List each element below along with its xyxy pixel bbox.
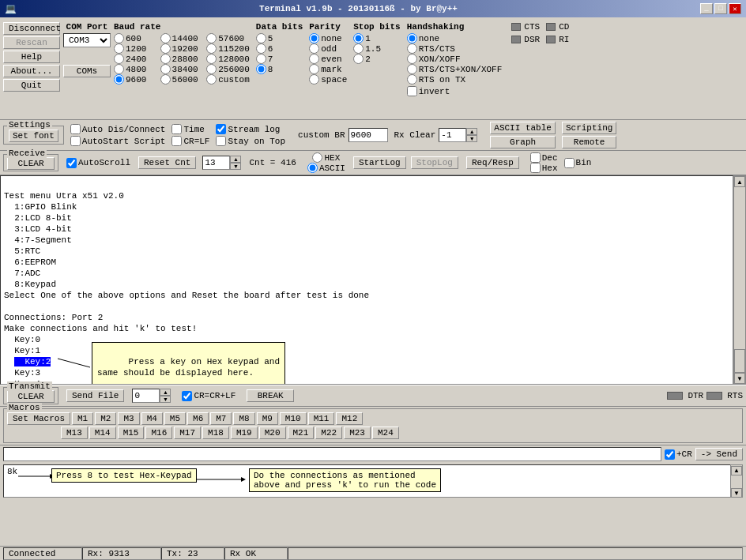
log-scrollbar[interactable]: ▲ ▼ xyxy=(730,464,743,498)
graph-button[interactable]: Graph xyxy=(490,136,556,148)
parity-even[interactable]: even xyxy=(309,54,347,64)
send-file-button[interactable]: Send File xyxy=(66,389,124,402)
scroll-thumb[interactable] xyxy=(734,349,745,373)
macro-m12[interactable]: M12 xyxy=(336,412,363,425)
auto-dis-connect-check[interactable]: Auto Dis/Connect xyxy=(70,124,166,134)
send-text-input[interactable] xyxy=(3,447,661,461)
bin-check[interactable]: Bin xyxy=(564,158,592,168)
maximize-button[interactable]: □ xyxy=(714,3,727,14)
parity-odd[interactable]: odd xyxy=(309,43,347,54)
hex-radio[interactable]: HEX xyxy=(312,152,340,163)
cr-check[interactable]: +CR xyxy=(665,449,692,460)
invert-checkbox[interactable]: invert xyxy=(407,86,503,96)
baud-128000[interactable]: 128000 xyxy=(206,54,250,64)
macro-m5[interactable]: M5 xyxy=(164,412,186,425)
reset-cnt-button[interactable]: Reset Cnt xyxy=(138,156,196,169)
baud-9600[interactable]: 9600 xyxy=(114,74,157,85)
parity-mark[interactable]: mark xyxy=(309,64,347,74)
rx-clear-input[interactable] xyxy=(439,128,466,142)
macro-m14[interactable]: M14 xyxy=(89,427,116,439)
cnt-input[interactable] xyxy=(202,156,230,170)
macro-m8[interactable]: M8 xyxy=(233,412,254,425)
autostart-script-check[interactable]: AutoStart Script xyxy=(70,136,166,146)
send-button[interactable]: -> Send xyxy=(695,448,743,460)
macro-m21[interactable]: M21 xyxy=(288,427,315,439)
rx-clear-up[interactable]: ▲ xyxy=(466,128,477,135)
macro-m6[interactable]: M6 xyxy=(187,412,209,425)
rescan-button[interactable]: Rescan xyxy=(3,36,60,49)
set-macros-button[interactable]: Set Macros xyxy=(7,412,70,425)
ascii-radio[interactable]: ASCII xyxy=(307,163,345,173)
hex-check[interactable]: Hex xyxy=(530,163,558,173)
baud-4800[interactable]: 4800 xyxy=(114,64,157,74)
hs-xon[interactable]: XON/XOFF xyxy=(407,54,503,64)
macro-m13[interactable]: M13 xyxy=(61,427,88,439)
data-7[interactable]: 7 xyxy=(256,54,303,64)
baud-14400[interactable]: 14400 xyxy=(160,33,204,43)
macro-m4[interactable]: M4 xyxy=(141,412,163,425)
hs-rtscts[interactable]: RTS/CTS xyxy=(407,43,503,54)
baud-115200[interactable]: 115200 xyxy=(206,43,250,54)
stop-1[interactable]: 1 xyxy=(353,33,400,43)
disconnect-button[interactable]: Disconnect xyxy=(3,22,60,35)
parity-none[interactable]: none xyxy=(309,33,347,43)
transmit-down[interactable]: ▼ xyxy=(160,396,171,403)
scroll-up-button[interactable]: ▲ xyxy=(734,176,745,187)
ascii-table-button[interactable]: ASCII table xyxy=(490,122,556,134)
close-button[interactable]: ✕ xyxy=(729,3,741,14)
macro-m20[interactable]: M20 xyxy=(259,427,286,439)
scripting-button[interactable]: Scripting xyxy=(562,122,616,134)
baud-57600[interactable]: 57600 xyxy=(206,33,250,43)
break-button[interactable]: BREAK xyxy=(247,389,294,402)
hs-rtsxon[interactable]: RTS/CTS+XON/XOFF xyxy=(407,64,503,74)
macro-m23[interactable]: M23 xyxy=(344,427,371,439)
baud-256000[interactable]: 256000 xyxy=(206,64,250,74)
stream-log-check[interactable]: Stream log xyxy=(216,124,285,134)
transmit-value-input[interactable] xyxy=(132,389,160,403)
macro-m7[interactable]: M7 xyxy=(210,412,232,425)
cnt-down[interactable]: ▼ xyxy=(230,163,241,170)
cnt-up[interactable]: ▲ xyxy=(230,156,241,163)
baud-2400[interactable]: 2400 xyxy=(114,54,157,64)
coms-button[interactable]: COMs xyxy=(63,65,111,77)
macro-m2[interactable]: M2 xyxy=(95,412,116,425)
macro-m3[interactable]: M3 xyxy=(118,412,139,425)
remote-button[interactable]: Remote xyxy=(562,136,616,148)
data-8[interactable]: 8 xyxy=(256,64,303,74)
terminal-scrollbar[interactable]: ▲ ▼ xyxy=(733,175,746,385)
rx-clear-down[interactable]: ▼ xyxy=(466,135,477,142)
parity-space[interactable]: space xyxy=(309,74,347,85)
custom-br-input[interactable] xyxy=(349,128,388,142)
log-scroll-down[interactable]: ▼ xyxy=(731,488,742,498)
baud-19200[interactable]: 19200 xyxy=(160,43,204,54)
set-font-button[interactable]: Set font xyxy=(9,130,58,142)
scroll-down-button[interactable]: ▼ xyxy=(734,373,745,384)
about-button[interactable]: About... xyxy=(3,65,60,77)
startlog-button[interactable]: StartLog xyxy=(353,156,406,169)
macro-m15[interactable]: M15 xyxy=(118,427,145,439)
data-5[interactable]: 5 xyxy=(256,33,303,43)
baud-1200[interactable]: 1200 xyxy=(114,43,157,54)
autoscroll-check[interactable]: AutoScroll xyxy=(66,158,130,168)
baud-600[interactable]: 600 xyxy=(114,33,157,43)
macro-m1[interactable]: M1 xyxy=(72,412,93,425)
macro-m22[interactable]: M22 xyxy=(315,427,342,439)
req-resp-button[interactable]: Req/Resp xyxy=(466,156,519,169)
data-6[interactable]: 6 xyxy=(256,43,303,54)
macro-m9[interactable]: M9 xyxy=(257,412,278,425)
transmit-clear-button[interactable]: CLEAR xyxy=(7,390,55,403)
macro-m11[interactable]: M11 xyxy=(308,412,335,425)
stoplog-button[interactable]: StopLog xyxy=(411,156,458,169)
transmit-up[interactable]: ▲ xyxy=(160,389,171,396)
stop-2[interactable]: 2 xyxy=(353,54,400,64)
macro-m17[interactable]: M17 xyxy=(174,427,201,439)
receive-clear-button[interactable]: CLEAR xyxy=(7,157,55,170)
macro-m18[interactable]: M18 xyxy=(202,427,229,439)
help-button[interactable]: Help xyxy=(3,51,60,63)
macro-m24[interactable]: M24 xyxy=(372,427,399,439)
baud-28800[interactable]: 28800 xyxy=(160,54,204,64)
com-port-select[interactable]: COM3 xyxy=(63,33,111,47)
macro-m19[interactable]: M19 xyxy=(231,427,258,439)
minimize-button[interactable]: _ xyxy=(700,3,713,14)
hs-none[interactable]: none xyxy=(407,33,503,43)
